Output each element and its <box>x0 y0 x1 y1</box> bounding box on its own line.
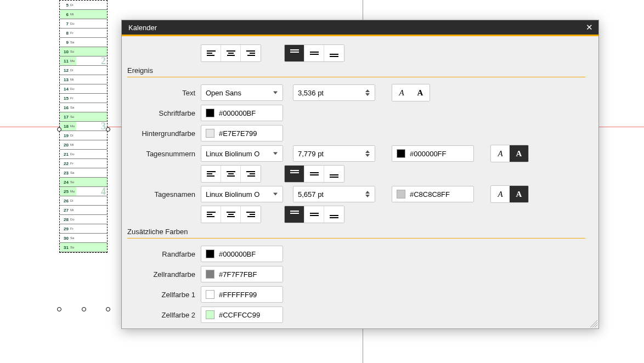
calendar-day-row: 17So <box>60 112 107 122</box>
valign-middle-button[interactable] <box>304 45 324 61</box>
selection-handle[interactable] <box>106 127 110 132</box>
zellrandfarbe-color[interactable]: #7F7F7FBF <box>201 266 283 282</box>
color-swatch <box>206 310 214 319</box>
label-text: Text <box>124 89 201 97</box>
calendar-day-row: 18Mo3 <box>60 122 107 131</box>
valign-middle-button[interactable] <box>304 166 324 182</box>
zellfarbe1-color[interactable]: #FFFFFF99 <box>201 286 283 303</box>
calendar-day-row: 23Sa <box>60 168 107 178</box>
calendar-day-row: 8Fr <box>60 29 107 38</box>
text-style-toggle: A A <box>392 84 430 101</box>
calendar-day-row: 30Sa <box>60 234 107 243</box>
label-tagesnamen: Tagesnamen <box>124 190 201 198</box>
calendar-day-row: 13Mi <box>60 75 107 84</box>
align-left-button[interactable] <box>201 206 221 223</box>
section-rule <box>127 238 585 239</box>
calendar-day-row: 14Do <box>60 84 107 94</box>
calendar-properties-dialog: Kalender ✕ Ereignis <box>121 20 599 329</box>
selection-handle[interactable] <box>106 307 110 311</box>
valign-top-button[interactable] <box>285 166 304 182</box>
color-swatch <box>206 290 214 299</box>
td-size-spin[interactable]: 5,657 pt <box>293 186 375 202</box>
halign-group <box>201 44 261 62</box>
bold-button[interactable]: A <box>510 186 528 202</box>
text-bg-color[interactable]: #E7E7E799 <box>201 125 283 141</box>
calendar-day-row: 22Fr <box>60 159 107 168</box>
calendar-day-row: 20Mi <box>60 140 107 150</box>
calendar-day-row: 7Do <box>60 19 107 29</box>
section-ereignis: Ereignis <box>127 66 589 75</box>
td-color[interactable]: #C8C8C8FF <box>392 186 474 202</box>
spin-up-icon[interactable] <box>365 191 370 194</box>
valign-bottom-button[interactable] <box>324 166 344 182</box>
close-icon[interactable]: ✕ <box>586 22 593 32</box>
spin-down-icon[interactable] <box>365 93 370 96</box>
selection-handle[interactable] <box>82 307 86 311</box>
color-swatch <box>206 270 214 279</box>
section-rule <box>127 77 585 77</box>
italic-button[interactable]: A <box>392 84 411 101</box>
valign-top-button[interactable] <box>285 45 304 61</box>
td-style-toggle: A A <box>490 185 529 203</box>
dialog-titlebar[interactable]: Kalender ✕ <box>122 20 598 35</box>
calendar-day-row: 29Fr <box>60 224 107 234</box>
spin-up-icon[interactable] <box>365 150 370 153</box>
italic-button[interactable]: A <box>491 186 510 202</box>
color-swatch <box>397 149 405 158</box>
valign-top-button[interactable] <box>285 206 304 223</box>
resize-grip[interactable] <box>590 320 597 327</box>
align-right-button[interactable] <box>241 166 261 182</box>
calendar-day-row: 19Di <box>60 131 107 140</box>
align-center-button[interactable] <box>221 45 241 61</box>
label-hintergrundfarbe: Hintergrundfarbe <box>124 129 201 138</box>
calendar-day-row: 10So <box>60 47 107 56</box>
calendar-day-row: 11Mo2 <box>60 56 107 66</box>
zellfarbe2-color[interactable]: #CCFFCC99 <box>201 307 283 323</box>
valign-bottom-button[interactable] <box>324 206 344 223</box>
label-tagesnummern: Tagesnummern <box>124 150 201 158</box>
label-zellrandfarbe: Zellrandfarbe <box>124 270 201 279</box>
tn-halign-group <box>201 165 261 183</box>
calendar-day-row: 31So <box>60 243 107 252</box>
text-font-combo[interactable]: Open Sans <box>201 84 283 101</box>
spin-up-icon[interactable] <box>365 89 370 92</box>
align-center-button[interactable] <box>221 206 241 223</box>
color-swatch <box>397 190 405 198</box>
spin-down-icon[interactable] <box>365 154 370 157</box>
tn-valign-group <box>284 165 344 183</box>
td-font-combo[interactable]: Linux Biolinum O <box>201 186 283 202</box>
align-left-button[interactable] <box>201 166 221 182</box>
td-halign-group <box>201 206 261 223</box>
tn-color[interactable]: #000000FF <box>392 145 474 162</box>
bold-button[interactable]: A <box>411 84 430 101</box>
text-font-color[interactable]: #000000BF <box>201 105 283 121</box>
italic-button[interactable]: A <box>491 145 510 162</box>
align-right-button[interactable] <box>241 206 261 223</box>
spin-down-icon[interactable] <box>365 195 370 197</box>
color-swatch <box>206 249 214 258</box>
calendar-day-row: 21Do <box>60 150 107 159</box>
valign-group <box>284 44 344 62</box>
valign-middle-button[interactable] <box>304 206 324 223</box>
calendar-day-row: 16Sa <box>60 103 107 112</box>
tn-size-spin[interactable]: 7,779 pt <box>293 145 375 162</box>
label-zellfarbe1: Zellfarbe 1 <box>124 291 201 299</box>
selection-handle[interactable] <box>57 127 61 132</box>
calendar-day-row: 15Fr <box>60 94 107 103</box>
bold-button[interactable]: A <box>510 145 528 162</box>
randfarbe-color[interactable]: #000000BF <box>201 246 283 262</box>
align-center-button[interactable] <box>221 166 241 182</box>
text-size-spin[interactable]: 3,536 pt <box>293 84 375 101</box>
label-zellfarbe2: Zellfarbe 2 <box>124 311 201 319</box>
color-swatch <box>206 109 214 117</box>
td-valign-group <box>284 206 344 223</box>
align-right-button[interactable] <box>241 45 261 61</box>
calendar-frame[interactable]: 5Di6Mi7Do8Fr9Sa10So11Mo212Di13Mi14Do15Fr… <box>59 0 108 253</box>
align-left-button[interactable] <box>201 45 221 61</box>
dialog-body: Ereignis Text Open Sans 3,536 pt A A Sch… <box>122 36 598 328</box>
calendar-day-row: 28Do <box>60 215 107 224</box>
selection-handle[interactable] <box>57 307 61 311</box>
valign-bottom-button[interactable] <box>324 45 344 61</box>
section-zusatz: Zusätzliche Farben <box>127 228 589 236</box>
tn-font-combo[interactable]: Linux Biolinum O <box>201 145 283 162</box>
